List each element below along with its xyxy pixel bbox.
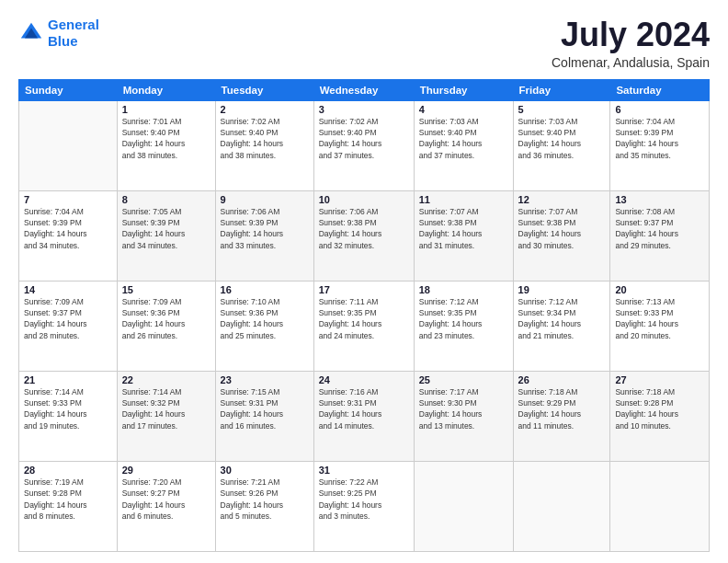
calendar-day-cell: 16Sunrise: 7:10 AMSunset: 9:36 PMDayligh… bbox=[215, 281, 313, 371]
day-number: 30 bbox=[221, 465, 309, 476]
day-info: Sunrise: 7:12 AMSunset: 9:35 PMDaylight:… bbox=[419, 296, 508, 341]
calendar-day-cell: 13Sunrise: 7:08 AMSunset: 9:37 PMDayligh… bbox=[610, 190, 710, 281]
day-info: Sunrise: 7:06 AMSunset: 9:38 PMDaylight:… bbox=[319, 206, 409, 251]
calendar-week-row: 7Sunrise: 7:04 AMSunset: 9:39 PMDaylight… bbox=[19, 190, 710, 281]
day-number: 15 bbox=[122, 284, 210, 295]
day-number: 4 bbox=[419, 104, 508, 115]
day-info: Sunrise: 7:19 AMSunset: 9:28 PMDaylight:… bbox=[24, 477, 112, 522]
calendar-day-cell: 23Sunrise: 7:15 AMSunset: 9:31 PMDayligh… bbox=[215, 371, 313, 461]
calendar-day-cell: 20Sunrise: 7:13 AMSunset: 9:33 PMDayligh… bbox=[610, 281, 710, 371]
calendar-day-cell bbox=[414, 461, 513, 551]
day-info: Sunrise: 7:04 AMSunset: 9:39 PMDaylight:… bbox=[24, 206, 112, 251]
day-info: Sunrise: 7:08 AMSunset: 9:37 PMDaylight:… bbox=[615, 206, 704, 251]
day-number: 31 bbox=[319, 465, 409, 476]
logo-text: General Blue bbox=[48, 17, 99, 50]
day-info: Sunrise: 7:10 AMSunset: 9:36 PMDaylight:… bbox=[221, 296, 309, 341]
weekday-header-cell: Monday bbox=[117, 79, 215, 100]
day-info: Sunrise: 7:21 AMSunset: 9:26 PMDaylight:… bbox=[221, 477, 309, 522]
header: General Blue July 2024 Colmenar, Andalus… bbox=[18, 17, 710, 70]
day-number: 16 bbox=[221, 284, 309, 295]
calendar-day-cell: 14Sunrise: 7:09 AMSunset: 9:37 PMDayligh… bbox=[19, 281, 118, 371]
weekday-header-cell: Wednesday bbox=[313, 79, 414, 100]
calendar-day-cell: 2Sunrise: 7:02 AMSunset: 9:40 PMDaylight… bbox=[215, 100, 313, 190]
calendar-day-cell: 28Sunrise: 7:19 AMSunset: 9:28 PMDayligh… bbox=[19, 461, 118, 551]
day-info: Sunrise: 7:03 AMSunset: 9:40 PMDaylight:… bbox=[419, 116, 508, 161]
calendar-day-cell: 10Sunrise: 7:06 AMSunset: 9:38 PMDayligh… bbox=[313, 190, 414, 281]
calendar-day-cell: 30Sunrise: 7:21 AMSunset: 9:26 PMDayligh… bbox=[215, 461, 313, 551]
logo-line1: General bbox=[48, 17, 99, 32]
calendar-day-cell: 1Sunrise: 7:01 AMSunset: 9:40 PMDaylight… bbox=[117, 100, 215, 190]
day-number: 9 bbox=[221, 194, 309, 205]
calendar-body: 1Sunrise: 7:01 AMSunset: 9:40 PMDaylight… bbox=[19, 100, 710, 551]
day-number: 2 bbox=[221, 104, 309, 115]
day-number: 10 bbox=[319, 194, 409, 205]
weekday-header-cell: Thursday bbox=[414, 79, 513, 100]
calendar-day-cell: 29Sunrise: 7:20 AMSunset: 9:27 PMDayligh… bbox=[117, 461, 215, 551]
day-info: Sunrise: 7:09 AMSunset: 9:37 PMDaylight:… bbox=[24, 296, 112, 341]
calendar-day-cell: 17Sunrise: 7:11 AMSunset: 9:35 PMDayligh… bbox=[313, 281, 414, 371]
day-number: 14 bbox=[24, 284, 112, 295]
calendar-day-cell: 5Sunrise: 7:03 AMSunset: 9:40 PMDaylight… bbox=[513, 100, 610, 190]
day-number: 17 bbox=[319, 284, 409, 295]
calendar-day-cell: 8Sunrise: 7:05 AMSunset: 9:39 PMDaylight… bbox=[117, 190, 215, 281]
calendar-day-cell: 9Sunrise: 7:06 AMSunset: 9:39 PMDaylight… bbox=[215, 190, 313, 281]
day-info: Sunrise: 7:01 AMSunset: 9:40 PMDaylight:… bbox=[122, 116, 210, 161]
calendar-day-cell: 6Sunrise: 7:04 AMSunset: 9:39 PMDaylight… bbox=[610, 100, 710, 190]
calendar-day-cell: 11Sunrise: 7:07 AMSunset: 9:38 PMDayligh… bbox=[414, 190, 513, 281]
logo: General Blue bbox=[18, 17, 99, 50]
weekday-header-cell: Friday bbox=[513, 79, 610, 100]
day-info: Sunrise: 7:18 AMSunset: 9:29 PMDaylight:… bbox=[518, 386, 606, 431]
calendar-day-cell: 22Sunrise: 7:14 AMSunset: 9:32 PMDayligh… bbox=[117, 371, 215, 461]
day-info: Sunrise: 7:12 AMSunset: 9:34 PMDaylight:… bbox=[518, 296, 606, 341]
day-number: 7 bbox=[24, 194, 112, 205]
day-number: 23 bbox=[221, 374, 309, 385]
location: Colmenar, Andalusia, Spain bbox=[552, 55, 710, 70]
calendar-week-row: 28Sunrise: 7:19 AMSunset: 9:28 PMDayligh… bbox=[19, 461, 710, 551]
day-number: 20 bbox=[615, 284, 704, 295]
calendar-week-row: 1Sunrise: 7:01 AMSunset: 9:40 PMDaylight… bbox=[19, 100, 710, 190]
calendar-day-cell: 27Sunrise: 7:18 AMSunset: 9:28 PMDayligh… bbox=[610, 371, 710, 461]
calendar-day-cell: 12Sunrise: 7:07 AMSunset: 9:38 PMDayligh… bbox=[513, 190, 610, 281]
day-number: 3 bbox=[319, 104, 409, 115]
day-info: Sunrise: 7:16 AMSunset: 9:31 PMDaylight:… bbox=[319, 386, 409, 431]
day-info: Sunrise: 7:20 AMSunset: 9:27 PMDaylight:… bbox=[122, 477, 210, 522]
day-number: 8 bbox=[122, 194, 210, 205]
day-info: Sunrise: 7:03 AMSunset: 9:40 PMDaylight:… bbox=[518, 116, 606, 161]
day-info: Sunrise: 7:04 AMSunset: 9:39 PMDaylight:… bbox=[615, 116, 704, 161]
day-number: 24 bbox=[319, 374, 409, 385]
day-info: Sunrise: 7:07 AMSunset: 9:38 PMDaylight:… bbox=[518, 206, 606, 251]
calendar-week-row: 21Sunrise: 7:14 AMSunset: 9:33 PMDayligh… bbox=[19, 371, 710, 461]
day-info: Sunrise: 7:14 AMSunset: 9:32 PMDaylight:… bbox=[122, 386, 210, 431]
calendar-day-cell: 4Sunrise: 7:03 AMSunset: 9:40 PMDaylight… bbox=[414, 100, 513, 190]
calendar-day-cell bbox=[610, 461, 710, 551]
day-number: 21 bbox=[24, 374, 112, 385]
page: General Blue July 2024 Colmenar, Andalus… bbox=[0, 0, 728, 563]
calendar-day-cell: 3Sunrise: 7:02 AMSunset: 9:40 PMDaylight… bbox=[313, 100, 414, 190]
day-info: Sunrise: 7:02 AMSunset: 9:40 PMDaylight:… bbox=[319, 116, 409, 161]
day-number: 12 bbox=[518, 194, 606, 205]
weekday-header-cell: Sunday bbox=[19, 79, 118, 100]
day-info: Sunrise: 7:15 AMSunset: 9:31 PMDaylight:… bbox=[221, 386, 309, 431]
day-number: 11 bbox=[419, 194, 508, 205]
day-info: Sunrise: 7:14 AMSunset: 9:33 PMDaylight:… bbox=[24, 386, 112, 431]
day-info: Sunrise: 7:13 AMSunset: 9:33 PMDaylight:… bbox=[615, 296, 704, 341]
calendar-day-cell: 26Sunrise: 7:18 AMSunset: 9:29 PMDayligh… bbox=[513, 371, 610, 461]
calendar-day-cell: 19Sunrise: 7:12 AMSunset: 9:34 PMDayligh… bbox=[513, 281, 610, 371]
calendar-day-cell: 15Sunrise: 7:09 AMSunset: 9:36 PMDayligh… bbox=[117, 281, 215, 371]
day-number: 1 bbox=[122, 104, 210, 115]
day-info: Sunrise: 7:06 AMSunset: 9:39 PMDaylight:… bbox=[221, 206, 309, 251]
day-number: 29 bbox=[122, 465, 210, 476]
day-number: 22 bbox=[122, 374, 210, 385]
calendar-day-cell: 25Sunrise: 7:17 AMSunset: 9:30 PMDayligh… bbox=[414, 371, 513, 461]
day-info: Sunrise: 7:02 AMSunset: 9:40 PMDaylight:… bbox=[221, 116, 309, 161]
calendar-day-cell: 7Sunrise: 7:04 AMSunset: 9:39 PMDaylight… bbox=[19, 190, 118, 281]
day-info: Sunrise: 7:22 AMSunset: 9:25 PMDaylight:… bbox=[319, 477, 409, 522]
day-number: 13 bbox=[615, 194, 704, 205]
day-number: 18 bbox=[419, 284, 508, 295]
calendar-day-cell: 18Sunrise: 7:12 AMSunset: 9:35 PMDayligh… bbox=[414, 281, 513, 371]
calendar-week-row: 14Sunrise: 7:09 AMSunset: 9:37 PMDayligh… bbox=[19, 281, 710, 371]
day-number: 25 bbox=[419, 374, 508, 385]
weekday-header-row: SundayMondayTuesdayWednesdayThursdayFrid… bbox=[19, 79, 710, 100]
day-info: Sunrise: 7:11 AMSunset: 9:35 PMDaylight:… bbox=[319, 296, 409, 341]
weekday-header-cell: Tuesday bbox=[215, 79, 313, 100]
